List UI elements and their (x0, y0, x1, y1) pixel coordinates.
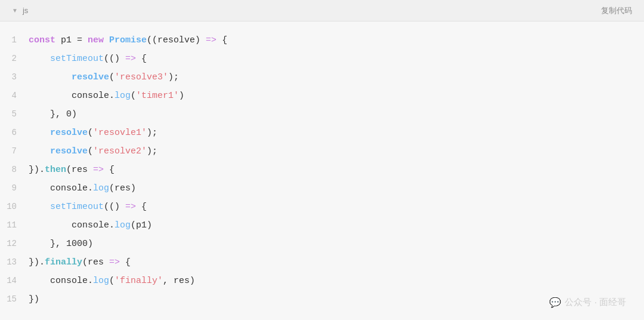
code-body: 1const p1 = new Promise((resolve) => {2 … (0, 21, 644, 320)
line-number: 8 (0, 161, 29, 179)
line-code: const p1 = new Promise((resolve) => { (29, 32, 644, 50)
code-line: 11 console.log(p1) (0, 216, 644, 235)
line-number: 15 (0, 290, 29, 308)
line-code: }, 1000) (29, 235, 644, 253)
line-code: console.log('finally', res) (29, 272, 644, 290)
code-line: 12 }, 1000) (0, 235, 644, 253)
lines-container: 1const p1 = new Promise((resolve) => {2 … (0, 31, 644, 309)
line-code: resolve('resolve3'); (29, 69, 644, 87)
code-container: ▼ js 复制代码 1const p1 = new Promise((resol… (0, 0, 644, 320)
code-line: 10 setTimeout(() => { (0, 198, 644, 216)
line-number: 2 (0, 50, 29, 67)
line-code: setTimeout(() => { (29, 50, 644, 68)
line-code: console.log(res) (29, 180, 644, 198)
line-number: 6 (0, 124, 29, 141)
line-number: 3 (0, 68, 29, 86)
line-number: 4 (0, 87, 29, 104)
line-code: resolve('resovle1'); (29, 124, 644, 142)
wechat-icon: 💬 (549, 297, 561, 308)
line-number: 9 (0, 179, 29, 197)
watermark-text: 公众号 · 面经哥 (565, 297, 626, 308)
code-line: 4 console.log('timer1') (0, 87, 644, 105)
line-number: 13 (0, 253, 29, 271)
line-code: setTimeout(() => { (29, 198, 644, 216)
code-line: 7 resolve('resolve2'); (0, 142, 644, 161)
line-code: }).finally(res => { (29, 254, 644, 272)
lang-name: js (23, 6, 28, 15)
code-header: ▼ js 复制代码 (0, 0, 644, 21)
line-code: console.log('timer1') (29, 87, 644, 105)
line-number: 5 (0, 105, 29, 123)
line-number: 10 (0, 198, 29, 216)
lang-label: ▼ js (12, 6, 28, 15)
line-code: resolve('resolve2'); (29, 143, 644, 161)
line-number: 12 (0, 235, 29, 253)
code-line: 14 console.log('finally', res) (0, 272, 644, 290)
code-line: 8}).then(res => { (0, 161, 644, 179)
chevron-icon: ▼ (12, 7, 18, 14)
line-number: 1 (0, 31, 29, 49)
watermark: 💬 公众号 · 面经哥 (549, 297, 626, 308)
line-code: console.log(p1) (29, 217, 644, 235)
line-code: }, 0) (29, 106, 644, 124)
code-line: 5 }, 0) (0, 105, 644, 124)
line-number: 11 (0, 216, 29, 234)
code-line: 1const p1 = new Promise((resolve) => { (0, 31, 644, 50)
line-number: 7 (0, 142, 29, 160)
code-line: 2 setTimeout(() => { (0, 50, 644, 68)
code-line: 9 console.log(res) (0, 179, 644, 198)
code-line: 13}).finally(res => { (0, 253, 644, 272)
code-line: 15}) (0, 290, 644, 309)
copy-button[interactable]: 复制代码 (601, 5, 632, 16)
line-number: 14 (0, 272, 29, 290)
code-line: 6 resolve('resovle1'); (0, 124, 644, 142)
line-code: }).then(res => { (29, 161, 644, 179)
code-line: 3 resolve('resolve3'); (0, 68, 644, 87)
